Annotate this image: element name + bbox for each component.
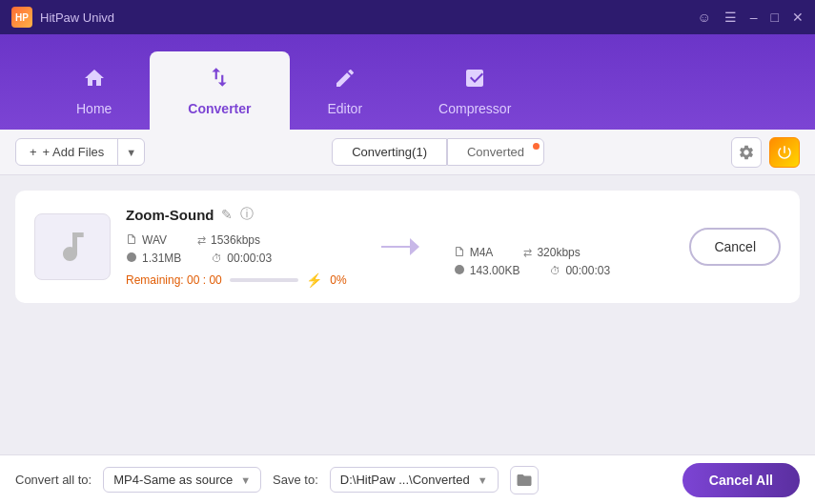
nav-converter-label: Converter — [188, 101, 251, 116]
file-name: Zoom-Sound — [126, 207, 214, 223]
nav-compressor-label: Compressor — [438, 101, 511, 116]
output-clock-icon: ⏱ — [550, 265, 560, 276]
edit-name-icon[interactable]: ✎ — [221, 207, 233, 222]
save-to-label: Save to: — [273, 473, 318, 487]
power-icon-btn[interactable] — [769, 137, 800, 168]
tab-converted[interactable]: Converted — [447, 138, 544, 166]
source-duration-value: 00:00:03 — [227, 252, 272, 265]
output-size: 143.00KB — [454, 264, 520, 277]
source-bitrate: ⇄ 1536kbps — [197, 232, 260, 248]
add-files-dropdown-arrow[interactable]: ▼ — [118, 141, 144, 164]
file-thumbnail — [34, 213, 111, 280]
file-card: Zoom-Sound ✎ ⓘ WAV ⇄ 1536k — [15, 191, 800, 303]
converter-icon — [207, 65, 232, 95]
source-size: 1.31MB — [126, 252, 181, 265]
settings-icon-btn[interactable] — [731, 137, 762, 168]
format-select-arrow: ▼ — [240, 474, 251, 486]
nav-home-label: Home — [76, 101, 112, 116]
output-bitrate: ⇄ 320kbps — [523, 245, 580, 260]
output-bitrate-value: 320kbps — [537, 246, 580, 259]
title-bar-left: HP HitPaw Univd — [11, 7, 114, 28]
format-select[interactable]: MP4-Same as source ▼ — [103, 467, 261, 493]
source-format: WAV — [126, 232, 167, 248]
minimize-button[interactable]: – — [750, 10, 758, 25]
lightning-icon: ⚡ — [306, 272, 322, 288]
cancel-all-button[interactable]: Cancel All — [683, 463, 800, 497]
file-icon — [126, 232, 137, 248]
tab-converted-dot — [533, 143, 540, 150]
progress-percent: 0% — [330, 273, 346, 287]
tab-converted-label: Converted — [467, 145, 524, 159]
output-file-icon — [454, 245, 465, 260]
editor-icon — [334, 67, 357, 95]
output-format: M4A — [454, 245, 494, 260]
output-size-icon — [454, 264, 465, 277]
nav-item-converter[interactable]: Converter — [150, 51, 289, 131]
maximize-button[interactable]: □ — [771, 10, 779, 25]
bottom-bar: Convert all to: MP4-Same as source ▼ Sav… — [0, 454, 815, 504]
content-area: + + Add Files ▼ Converting(1) Converted — [0, 130, 815, 504]
svg-point-1 — [455, 265, 464, 274]
output-size-value: 143.00KB — [470, 264, 520, 277]
info-icon[interactable]: ⓘ — [240, 206, 254, 223]
convert-all-label: Convert all to: — [15, 473, 92, 487]
app-name: HitPaw Univd — [40, 10, 114, 25]
progress-row: Remaining: 00 : 00 ⚡ 0% — [126, 272, 347, 288]
output-duration: ⏱ 00:00:03 — [550, 264, 610, 277]
save-path-select[interactable]: D:\HitPaw ...\Converted ▼ — [330, 467, 499, 493]
bitrate-icon: ⇄ — [197, 234, 206, 247]
add-files-label: + Add Files — [43, 145, 105, 159]
source-bitrate-value: 1536kbps — [211, 233, 260, 247]
svg-point-0 — [127, 252, 136, 262]
cancel-button[interactable]: Cancel — [689, 228, 781, 266]
size-icon — [126, 252, 137, 265]
toolbar-actions — [731, 137, 800, 168]
menu-icon[interactable]: ☰ — [724, 10, 737, 25]
output-meta-row: M4A ⇄ 320kbps — [454, 245, 675, 260]
file-name-row: Zoom-Sound ✎ ⓘ — [126, 206, 347, 223]
add-files-main[interactable]: + + Add Files — [16, 139, 118, 165]
source-duration: ⏱ 00:00:03 — [212, 252, 272, 265]
main-content: Zoom-Sound ✎ ⓘ WAV ⇄ 1536k — [0, 175, 815, 454]
output-format-value: M4A — [470, 246, 494, 259]
convert-arrow — [362, 235, 438, 258]
progress-bar — [230, 278, 299, 282]
clock-icon: ⏱ — [212, 252, 222, 264]
plus-icon: + — [30, 145, 37, 159]
nav-item-editor[interactable]: Editor — [290, 53, 401, 130]
user-icon[interactable]: ☺ — [697, 10, 710, 25]
toolbar: + + Add Files ▼ Converting(1) Converted — [0, 130, 815, 175]
home-icon — [83, 67, 106, 95]
add-files-button[interactable]: + + Add Files ▼ — [15, 138, 145, 166]
window-controls: ☺ ☰ – □ ✕ — [697, 10, 804, 25]
tab-converting-label: Converting(1) — [352, 145, 427, 159]
output-meta-row2: 143.00KB ⏱ 00:00:03 — [454, 264, 675, 277]
format-select-value: MP4-Same as source — [113, 473, 233, 487]
output-meta: M4A ⇄ 320kbps 143.00KB — [454, 212, 675, 281]
output-duration-value: 00:00:03 — [565, 264, 610, 277]
app-logo: HP — [11, 7, 32, 28]
nav-bar: Home Converter Editor Compressor — [0, 34, 815, 130]
output-bitrate-icon: ⇄ — [523, 247, 532, 259]
nav-editor-label: Editor — [328, 101, 363, 116]
nav-item-home[interactable]: Home — [38, 53, 150, 130]
save-path-arrow: ▼ — [478, 474, 488, 486]
save-path-value: D:\HitPaw ...\Converted — [340, 473, 470, 487]
nav-item-compressor[interactable]: Compressor — [400, 53, 549, 130]
title-bar: HP HitPaw Univd ☺ ☰ – □ ✕ — [0, 0, 815, 34]
close-button[interactable]: ✕ — [792, 10, 804, 25]
source-meta-row2: 1.31MB ⏱ 00:00:03 — [126, 252, 347, 265]
remaining-text: Remaining: 00 : 00 — [126, 273, 222, 287]
source-meta-row: WAV ⇄ 1536kbps — [126, 232, 347, 248]
tab-converting[interactable]: Converting(1) — [332, 138, 447, 166]
source-format-value: WAV — [142, 233, 167, 247]
compressor-icon — [463, 67, 486, 95]
source-size-value: 1.31MB — [142, 252, 181, 265]
tab-group: Converting(1) Converted — [153, 138, 723, 166]
file-info: Zoom-Sound ✎ ⓘ WAV ⇄ 1536k — [126, 206, 347, 288]
folder-browse-button[interactable] — [510, 466, 539, 494]
